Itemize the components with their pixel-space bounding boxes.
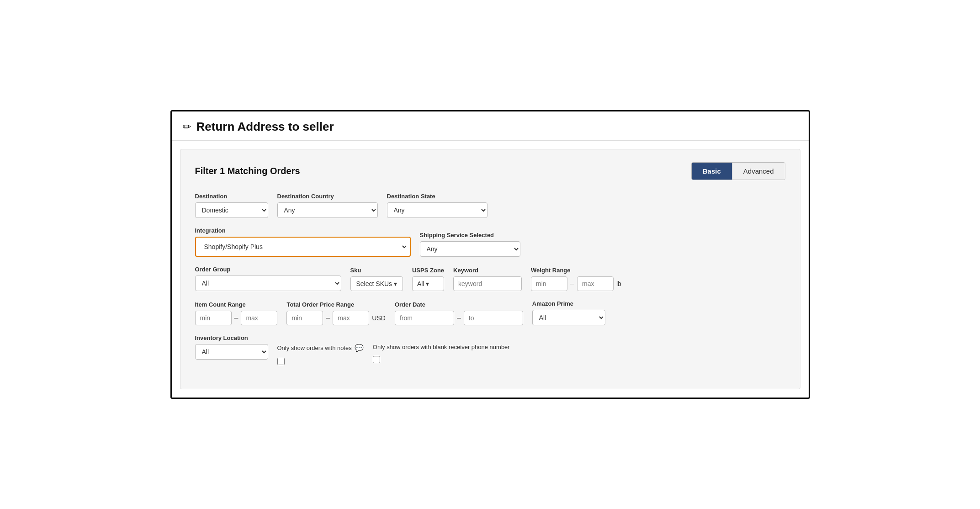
item-count-min-input[interactable] [195, 311, 232, 325]
item-count-range-inputs: – [195, 311, 278, 325]
row-destinations: Destination Domestic International Desti… [195, 193, 785, 218]
total-order-price-group: Total Order Price Range – USD [286, 301, 385, 325]
weight-min-input[interactable] [531, 276, 567, 291]
row-ranges: Item Count Range – Total Order Price Ran… [195, 300, 785, 325]
filter-header: Filter 1 Matching Orders Basic Advanced [195, 162, 785, 180]
usps-zone-button[interactable]: All ▾ [412, 276, 444, 291]
weight-range-inputs: – lb [531, 276, 621, 291]
amazon-prime-select[interactable]: All [532, 310, 605, 325]
blank-phone-label-text: Only show orders with blank receiver pho… [373, 344, 510, 350]
main-container: ✏ Return Address to seller Filter 1 Matc… [170, 110, 810, 399]
usps-zone-label: USPS Zone [412, 267, 444, 274]
weight-range-group: Weight Range – lb [531, 267, 621, 291]
destination-state-group: Destination State Any [387, 193, 487, 218]
sku-button[interactable]: Select SKUs ▾ [350, 276, 403, 291]
item-count-separator: – [234, 314, 238, 322]
notes-checkbox-group: Only show orders with notes 💬 [277, 337, 364, 365]
integration-group: Integration Shopify/Shopify Plus Other [195, 227, 411, 257]
weight-unit: lb [616, 280, 621, 287]
order-group-group: Order Group All [195, 266, 341, 291]
notes-checkbox[interactable] [277, 358, 285, 365]
item-count-max-input[interactable] [241, 311, 277, 325]
weight-range-label: Weight Range [531, 267, 621, 274]
weight-max-input[interactable] [577, 276, 614, 291]
keyword-input[interactable] [453, 276, 522, 291]
notes-icon: 💬 [355, 344, 364, 352]
shipping-service-group: Shipping Service Selected Any [420, 232, 520, 257]
sku-group: Sku Select SKUs ▾ [350, 267, 403, 291]
destination-label: Destination [195, 193, 268, 200]
order-group-select[interactable]: All [195, 276, 341, 291]
price-separator: – [326, 314, 330, 322]
inventory-location-label: Inventory Location [195, 334, 268, 341]
total-order-price-inputs: – USD [286, 311, 385, 325]
destination-state-select[interactable]: Any [387, 202, 487, 218]
order-date-to-input[interactable] [464, 311, 523, 325]
amazon-prime-label: Amazon Prime [532, 300, 605, 307]
filter-title: Filter 1 Matching Orders [195, 166, 300, 176]
blank-phone-checkbox-group: Only show orders with blank receiver pho… [373, 337, 510, 363]
row-inventory: Inventory Location All Only show orders … [195, 334, 785, 365]
total-order-price-label: Total Order Price Range [286, 301, 385, 308]
integration-box: Shopify/Shopify Plus Other [195, 237, 411, 257]
page-title: Return Address to seller [196, 120, 334, 134]
destination-select[interactable]: Domestic International [195, 202, 268, 218]
title-bar: ✏ Return Address to seller [172, 111, 809, 141]
order-date-from-input[interactable] [395, 311, 454, 325]
advanced-button[interactable]: Advanced [732, 163, 785, 180]
destination-country-label: Destination Country [277, 193, 378, 200]
weight-range-separator: – [570, 280, 574, 288]
destination-group: Destination Domestic International [195, 193, 268, 218]
blank-phone-checkbox-label[interactable]: Only show orders with blank receiver pho… [373, 344, 510, 350]
price-min-input[interactable] [286, 311, 323, 325]
order-date-group: Order Date – [395, 301, 523, 325]
order-date-label: Order Date [395, 301, 523, 308]
order-date-inputs: – [395, 311, 523, 325]
notes-label-text: Only show orders with notes [277, 345, 352, 351]
item-count-range-label: Item Count Range [195, 301, 278, 308]
pencil-icon: ✏ [183, 121, 191, 133]
keyword-label: Keyword [453, 267, 522, 274]
shipping-service-select[interactable]: Any [420, 241, 520, 257]
integration-label: Integration [195, 227, 411, 234]
inventory-location-group: Inventory Location All [195, 334, 268, 360]
order-group-label: Order Group [195, 266, 341, 273]
row-integration: Integration Shopify/Shopify Plus Other S… [195, 227, 785, 257]
item-count-range-group: Item Count Range – [195, 301, 278, 325]
usps-zone-group: USPS Zone All ▾ [412, 267, 444, 291]
price-unit: USD [372, 314, 386, 322]
amazon-prime-group: Amazon Prime All [532, 300, 605, 325]
notes-checkbox-label[interactable]: Only show orders with notes 💬 [277, 344, 364, 352]
destination-country-group: Destination Country Any [277, 193, 378, 218]
order-date-separator: – [457, 314, 461, 322]
basic-button[interactable]: Basic [692, 163, 732, 180]
blank-phone-checkbox[interactable] [373, 356, 380, 363]
keyword-group: Keyword [453, 267, 522, 291]
row-order-group: Order Group All Sku Select SKUs ▾ USPS Z… [195, 266, 785, 291]
price-max-input[interactable] [333, 311, 369, 325]
view-toggle: Basic Advanced [691, 162, 785, 180]
shipping-service-label: Shipping Service Selected [420, 232, 520, 239]
inventory-location-select[interactable]: All [195, 344, 268, 360]
sku-label: Sku [350, 267, 403, 274]
destination-country-select[interactable]: Any [277, 202, 378, 218]
destination-state-label: Destination State [387, 193, 487, 200]
filter-panel: Filter 1 Matching Orders Basic Advanced … [180, 149, 800, 389]
integration-select[interactable]: Shopify/Shopify Plus Other [198, 239, 408, 254]
